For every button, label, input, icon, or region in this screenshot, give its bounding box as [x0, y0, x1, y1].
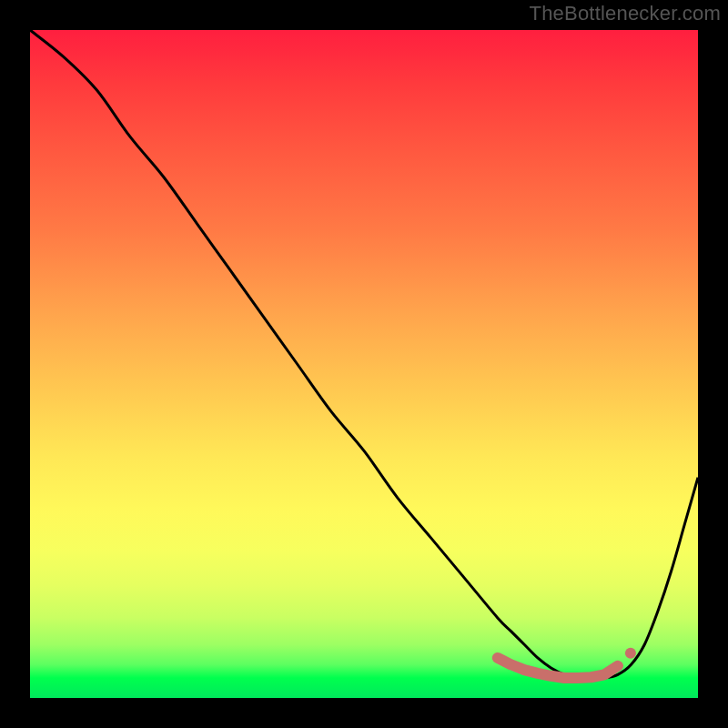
chart-container: TheBottlenecker.com — [0, 0, 728, 728]
highlight-end-dot — [625, 648, 636, 659]
highlight-markers — [498, 648, 636, 678]
curve-layer — [30, 30, 698, 698]
plot-area — [30, 30, 698, 698]
bottleneck-curve-path — [30, 30, 698, 678]
attribution-text: TheBottlenecker.com — [530, 2, 721, 25]
highlight-range-line — [498, 658, 618, 678]
